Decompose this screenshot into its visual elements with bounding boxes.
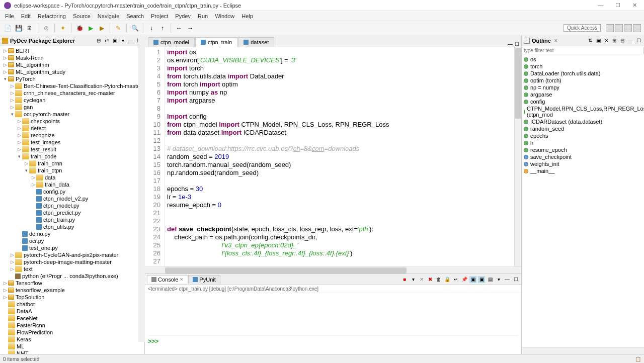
- tree-item[interactable]: ▷BERT: [0, 47, 144, 54]
- terminate-dropdown[interactable]: ▾: [410, 276, 417, 283]
- tree-item[interactable]: ▾PyTorch: [0, 75, 144, 82]
- tree-scrollbar[interactable]: [138, 35, 145, 342]
- tree-item[interactable]: ▷Tensorflow: [0, 280, 144, 287]
- word-wrap-button[interactable]: ↵: [452, 276, 459, 283]
- expand-icon[interactable]: ▷: [2, 69, 8, 74]
- maximize-button[interactable]: ☐: [612, 1, 623, 10]
- perspective-java-button[interactable]: [633, 24, 641, 32]
- outline-item[interactable]: argparse: [522, 91, 644, 98]
- tree-item[interactable]: ▷TopSolution: [0, 294, 144, 301]
- outline-item[interactable]: save_checkpoint: [522, 153, 644, 160]
- coverage-button[interactable]: ▶: [97, 24, 106, 33]
- close-tab-icon[interactable]: ✕: [180, 277, 184, 282]
- tree-item[interactable]: ▷Mask-Rcnn: [0, 54, 144, 61]
- tree-item[interactable]: FasterRcnn: [0, 322, 144, 329]
- expand-icon[interactable]: ▷: [16, 147, 22, 152]
- expand-icon[interactable]: ▷: [9, 98, 15, 103]
- tree-item[interactable]: ▾ocr.pytorch-master: [0, 111, 144, 118]
- menu-edit[interactable]: Edit: [18, 12, 34, 20]
- hide-static-button[interactable]: ✕: [603, 37, 610, 44]
- expand-icon[interactable]: ▷: [16, 133, 22, 138]
- tree-item[interactable]: chatbot: [0, 301, 144, 308]
- expand-icon[interactable]: ▷: [23, 161, 29, 166]
- outline-item[interactable]: CTPN_Model,RPN_CLS_Loss,RPN_REGR_Loss (c…: [522, 105, 644, 118]
- minimize-view-button[interactable]: —: [127, 37, 134, 44]
- back-button[interactable]: ←: [175, 24, 184, 33]
- new-python-button[interactable]: ✎: [114, 24, 123, 33]
- focus-outline-button[interactable]: ⊞: [611, 37, 618, 44]
- expand-icon[interactable]: ▾: [23, 168, 29, 173]
- tree-item[interactable]: ctpn_predict.py: [0, 209, 144, 216]
- save-all-button[interactable]: 🗎: [25, 24, 34, 33]
- outline-item[interactable]: np = numpy: [522, 84, 644, 91]
- editor-tab-dataset[interactable]: dataset: [238, 37, 274, 47]
- expand-icon[interactable]: ▷: [16, 126, 22, 131]
- pyunit-tab[interactable]: PyUnit: [188, 275, 220, 284]
- tree-item[interactable]: FlowPrediction: [0, 329, 144, 336]
- tree-item[interactable]: NMT: [0, 350, 144, 354]
- display-button[interactable]: ▣: [469, 276, 476, 283]
- tree-item[interactable]: ctpn_train.py: [0, 216, 144, 223]
- expand-icon[interactable]: ▷: [9, 90, 15, 96]
- debug-button[interactable]: 🐞: [75, 24, 84, 33]
- tree-item[interactable]: ▷data: [0, 174, 144, 181]
- save-button[interactable]: 💾: [14, 24, 23, 33]
- expand-icon[interactable]: ▷: [2, 55, 8, 60]
- menu-help[interactable]: Help: [238, 12, 256, 20]
- outline-item[interactable]: torch: [522, 63, 644, 70]
- tree-item[interactable]: ▷gan: [0, 104, 144, 111]
- outline-item[interactable]: lr: [522, 139, 644, 146]
- tree-item[interactable]: ▷text: [0, 265, 144, 273]
- scroll-lock-button[interactable]: 🔒: [444, 276, 451, 283]
- prev-annotation-button[interactable]: ↑: [158, 24, 167, 33]
- forward-button[interactable]: →: [186, 24, 195, 33]
- minimize-button[interactable]: —: [595, 1, 606, 10]
- tree-item[interactable]: ▷recognize: [0, 132, 144, 139]
- outline-item[interactable]: DataLoader (torch.utils.data): [522, 70, 644, 77]
- outline-hscrollbar[interactable]: [522, 347, 644, 354]
- expand-icon[interactable]: ▾: [9, 112, 15, 117]
- code-editor[interactable]: 1234567891011121314151617181920212223242…: [145, 47, 521, 266]
- menu-search[interactable]: Search: [123, 12, 147, 20]
- editor-tab-ctpn_model[interactable]: ctpn_model: [148, 37, 195, 47]
- run-button[interactable]: ▶: [86, 24, 95, 33]
- expand-icon[interactable]: ▷: [9, 83, 15, 88]
- remove-all-button[interactable]: ✖: [427, 276, 434, 283]
- skip-breakpoints-button[interactable]: ⊘: [42, 24, 51, 33]
- new-wizard-button[interactable]: ✦: [58, 24, 67, 33]
- menu-window[interactable]: Window: [212, 12, 237, 20]
- menu-run[interactable]: Run: [195, 12, 211, 20]
- expand-icon[interactable]: ▷: [9, 105, 15, 110]
- expand-icon[interactable]: ▷: [2, 288, 8, 293]
- new-console-button[interactable]: ▤: [487, 276, 494, 283]
- tree-item[interactable]: ctpn_utils.py: [0, 223, 144, 230]
- expand-icon[interactable]: ▷: [30, 175, 36, 180]
- tree-item[interactable]: ▾train_ctpn: [0, 167, 144, 174]
- tree-item[interactable]: ▷crnn_chinese_characters_rec-master: [0, 89, 144, 97]
- menu-file[interactable]: File: [2, 12, 17, 20]
- outline-item[interactable]: optim (torch): [522, 77, 644, 84]
- tree-item[interactable]: ▷test_images: [0, 139, 144, 146]
- perspective-debug-button[interactable]: [624, 24, 632, 32]
- tree-item[interactable]: ▷Bert-Chinese-Text-Classification-Pytorc…: [0, 82, 144, 89]
- outline-item[interactable]: weights_init: [522, 160, 644, 167]
- tree-item[interactable]: ▷pytorch-deep-image-matting-master: [0, 258, 144, 265]
- outline-menu-button[interactable]: ⊟: [619, 37, 626, 44]
- search-button[interactable]: 🔍: [130, 24, 139, 33]
- expand-icon[interactable]: ▾: [2, 76, 8, 81]
- expand-icon[interactable]: ▷: [2, 48, 8, 53]
- tree-item[interactable]: ▷tensorflow_example: [0, 287, 144, 294]
- outline-item[interactable]: os: [522, 56, 644, 63]
- tree-item[interactable]: ▷test_result: [0, 146, 144, 153]
- expand-icon[interactable]: ▷: [2, 281, 8, 286]
- code-content[interactable]: import osos.environ['CUDA_VISIBLE_DEVICE…: [165, 47, 514, 266]
- tree-item[interactable]: demo.py: [0, 230, 144, 237]
- clear-console-button[interactable]: 🗑: [435, 276, 442, 283]
- tree-item[interactable]: config.py: [0, 188, 144, 195]
- tree-item[interactable]: FaceNet: [0, 315, 144, 322]
- menu-source[interactable]: Source: [70, 12, 94, 20]
- perspective-open-button[interactable]: [606, 24, 614, 32]
- open-console-button[interactable]: ▣: [478, 276, 485, 283]
- menu-pydev[interactable]: Pydev: [172, 12, 194, 20]
- outline-item[interactable]: resume_epoch: [522, 146, 644, 153]
